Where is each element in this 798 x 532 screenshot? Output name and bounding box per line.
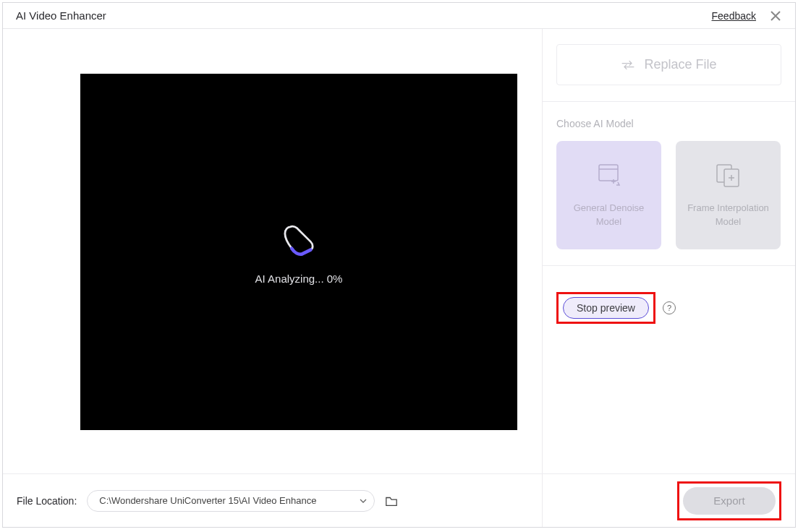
footer: File Location: C:\Wondershare UniConvert… [3, 473, 795, 527]
titlebar-right: Feedback [712, 9, 782, 22]
tutorial-highlight: Stop preview [556, 292, 655, 324]
export-button[interactable]: Export [683, 487, 776, 515]
titlebar: AI Video Enhancer Feedback [3, 3, 795, 29]
chevron-down-icon [360, 497, 367, 505]
swap-icon [621, 60, 635, 70]
preview-row: Stop preview ? [556, 292, 795, 324]
model-label: General Denoise Model [562, 201, 655, 229]
video-status-overlay: AI Analyzing... 0% [255, 220, 343, 284]
open-folder-icon[interactable] [385, 494, 398, 507]
model-frame-interpolation[interactable]: Frame Interpolation Model [676, 141, 781, 249]
video-preview: AI Analyzing... 0% [80, 74, 517, 430]
window-title: AI Video Enhancer [16, 9, 106, 22]
analyzing-status: AI Analyzing... 0% [255, 272, 343, 284]
svg-rect-0 [599, 165, 618, 181]
replace-file-button[interactable]: Replace File [556, 44, 781, 85]
file-path-value: C:\Wondershare UniConverter 15\AI Video … [99, 495, 360, 506]
feedback-link[interactable]: Feedback [712, 10, 756, 22]
model-label: Frame Interpolation Model [682, 201, 775, 229]
replace-file-label: Replace File [644, 57, 716, 72]
model-cards: General Denoise Model Frame Interpolatio… [556, 141, 781, 249]
choose-model-heading: Choose AI Model [556, 118, 781, 129]
app-logo-icon [279, 220, 319, 260]
tutorial-highlight: Export [677, 481, 781, 520]
stop-preview-button[interactable]: Stop preview [563, 297, 649, 319]
divider [543, 265, 795, 266]
content: AI Analyzing... 0% Replace File Choose A… [3, 29, 795, 527]
divider [543, 101, 795, 102]
denoise-icon [595, 162, 624, 188]
help-icon[interactable]: ? [663, 301, 676, 314]
close-icon[interactable] [769, 9, 782, 22]
file-location-dropdown[interactable]: C:\Wondershare UniConverter 15\AI Video … [87, 490, 375, 512]
app-window: AI Video Enhancer Feedback AI Analyzing.… [2, 2, 796, 528]
export-label: Export [713, 494, 744, 507]
model-general-denoise[interactable]: General Denoise Model [556, 141, 661, 249]
stop-preview-label: Stop preview [577, 302, 635, 314]
right-pane: Replace File Choose AI Model General Den… [543, 29, 795, 527]
left-pane: AI Analyzing... 0% [3, 29, 543, 527]
interpolation-icon [714, 162, 743, 188]
file-location-label: File Location: [17, 495, 77, 507]
